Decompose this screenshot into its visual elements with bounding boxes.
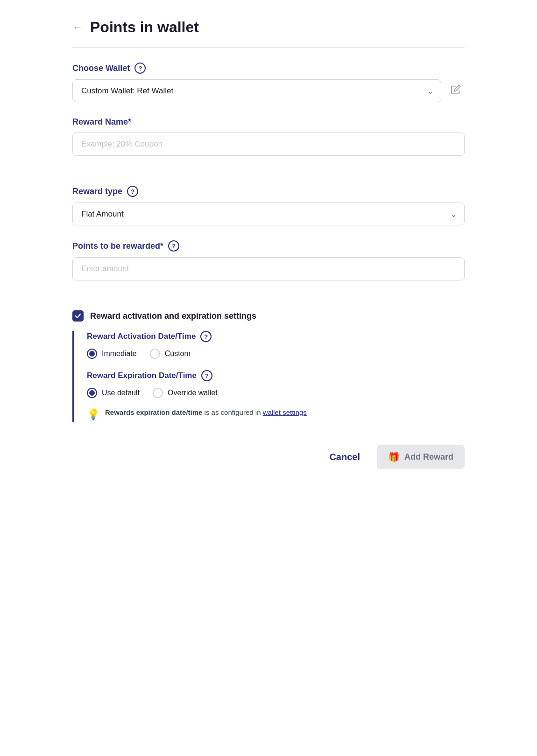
reward-type-label: Reward type ?	[72, 186, 465, 197]
activation-custom-label: Custom	[165, 350, 191, 358]
activation-custom-option[interactable]: Custom	[150, 349, 191, 359]
activation-date-help-icon[interactable]: ?	[200, 331, 212, 342]
header-divider	[72, 47, 465, 48]
expiration-default-option[interactable]: Use default	[87, 388, 140, 398]
back-button[interactable]: ←	[72, 21, 83, 34]
choose-wallet-label: Choose Wallet ?	[72, 63, 465, 74]
add-reward-label: Add Reward	[404, 452, 453, 462]
wallet-settings-link[interactable]: wallet settings	[263, 408, 307, 416]
activation-custom-radio[interactable]	[150, 349, 160, 359]
expiration-override-radio[interactable]	[153, 388, 163, 398]
bordered-settings: Reward Activation Date/Time ? Immediate …	[72, 331, 465, 422]
page-header: ← Points in wallet	[72, 19, 465, 36]
reward-type-select-wrapper: Flat Amount ⌄	[72, 203, 465, 225]
wallet-select[interactable]: Custom Wallet: Ref Wallet	[72, 79, 441, 102]
points-section: Points to be rewarded* ?	[72, 240, 465, 295]
reward-type-help-icon[interactable]: ?	[127, 186, 138, 197]
reward-type-select[interactable]: Flat Amount	[72, 203, 465, 225]
activation-date-section: Reward Activation Date/Time ? Immediate …	[87, 331, 465, 359]
expiration-info-box: 💡 Rewards expiration date/time is as con…	[87, 406, 465, 422]
activation-immediate-label: Immediate	[102, 350, 137, 358]
page-title: Points in wallet	[90, 19, 199, 36]
expiration-date-help-icon[interactable]: ?	[201, 370, 212, 381]
choose-wallet-help-icon[interactable]: ?	[134, 63, 146, 74]
choose-wallet-text: Choose Wallet	[72, 63, 130, 73]
expiration-date-text: Reward Expiration Date/Time	[87, 371, 197, 380]
activation-date-label: Reward Activation Date/Time ?	[87, 331, 465, 342]
activation-checkbox-label: Reward activation and expiration setting…	[90, 311, 256, 321]
cancel-button[interactable]: Cancel	[320, 445, 369, 469]
reward-type-section: Reward type ? Flat Amount ⌄	[72, 186, 465, 225]
expiration-radio-group: Use default Override wallet	[87, 388, 465, 398]
reward-name-input[interactable]	[72, 133, 465, 156]
expiration-override-label: Override wallet	[168, 389, 218, 397]
activation-checkbox-row: Reward activation and expiration setting…	[72, 310, 465, 322]
expiration-info-text: Rewards expiration date/time is as confi…	[105, 407, 307, 418]
expiration-default-radio[interactable]	[87, 388, 97, 398]
activation-section: Reward activation and expiration setting…	[72, 310, 465, 422]
wallet-select-wrapper: Custom Wallet: Ref Wallet ⌄	[72, 79, 441, 102]
choose-wallet-section: Choose Wallet ? Custom Wallet: Ref Walle…	[72, 63, 465, 102]
add-reward-button[interactable]: 🎁 Add Reward	[377, 445, 465, 469]
activation-radio-group: Immediate Custom	[87, 349, 465, 359]
expiration-override-option[interactable]: Override wallet	[153, 388, 218, 398]
activation-immediate-radio[interactable]	[87, 349, 97, 359]
points-label: Points to be rewarded* ?	[72, 240, 465, 252]
reward-name-text: Reward Name*	[72, 117, 131, 127]
expiration-date-label: Reward Expiration Date/Time ?	[87, 370, 465, 381]
wallet-row: Custom Wallet: Ref Wallet ⌄	[72, 79, 465, 102]
activation-checkbox[interactable]	[72, 310, 84, 322]
reward-name-section: Reward Name*	[72, 117, 465, 171]
reward-type-text: Reward type	[72, 187, 122, 196]
points-label-text: Points to be rewarded*	[72, 241, 163, 251]
activation-immediate-option[interactable]: Immediate	[87, 349, 137, 359]
expiration-info-rest: is as configured in	[202, 408, 262, 416]
points-help-icon[interactable]: ?	[168, 240, 179, 252]
points-input[interactable]	[72, 257, 465, 280]
reward-name-label: Reward Name*	[72, 117, 465, 127]
bulb-icon: 💡	[87, 408, 99, 420]
activation-date-text: Reward Activation Date/Time	[87, 332, 196, 341]
gift-icon: 🎁	[388, 451, 400, 462]
expiration-info-bold: Rewards expiration date/time	[105, 408, 202, 416]
expiration-default-label: Use default	[102, 389, 140, 397]
wallet-edit-button[interactable]	[447, 81, 465, 101]
footer-actions: Cancel 🎁 Add Reward	[72, 445, 465, 469]
expiration-date-section: Reward Expiration Date/Time ? Use defaul…	[87, 370, 465, 422]
